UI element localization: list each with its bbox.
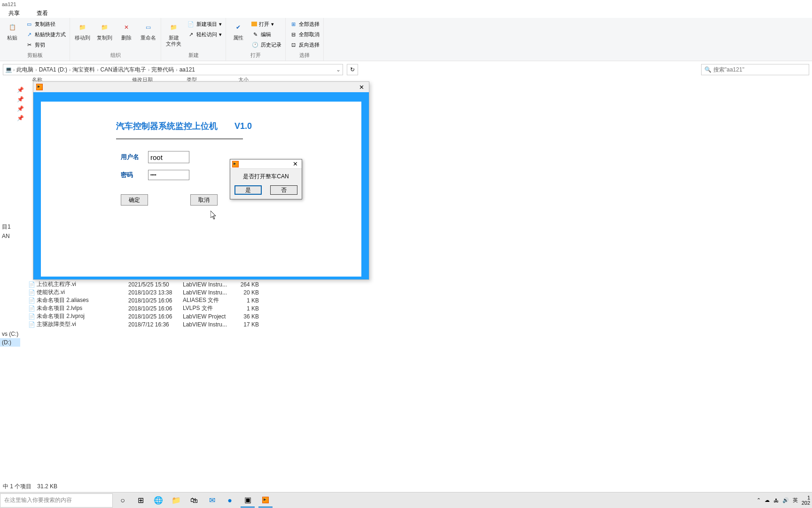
breadcrumb-item[interactable]: 此电脑 <box>16 66 34 74</box>
chevron-down-icon[interactable]: ⌄ <box>336 66 341 73</box>
dialog-close-button[interactable]: ✕ <box>291 160 300 167</box>
login-window: ✕ 汽车控制器系统监控上位机 V1.0 用户名 密码 确定 取消 <box>33 81 369 280</box>
breadcrumb-item[interactable]: CAN通讯汽车电子 <box>100 66 147 74</box>
breadcrumb-item[interactable]: 淘宝资料 <box>71 66 96 74</box>
search-input[interactable] <box>713 66 806 73</box>
history-icon: 🕐 <box>251 41 259 48</box>
nav-item[interactable]: (D:) <box>0 338 20 347</box>
file-row[interactable]: 📄未命名项目 2.lvlps2018/10/25 16:06LVLPS 文件1 … <box>28 304 263 312</box>
history-button[interactable]: 🕐历史记录 <box>250 40 283 50</box>
tray-network-icon[interactable]: 🖧 <box>773 498 779 503</box>
rename-button[interactable]: ▭重命名 <box>138 19 159 43</box>
nav-item[interactable]: AN <box>0 232 20 240</box>
rename-icon: ▭ <box>141 21 156 34</box>
breadcrumb[interactable]: 💻 › 此电脑› DATA1 (D:)› 淘宝资料› CAN通讯汽车电子› 完整… <box>3 64 343 75</box>
properties-button[interactable]: ✔属性 <box>228 19 249 43</box>
taskbar-search[interactable]: 在这里输入你要搜索的内容 <box>0 493 113 508</box>
edit-icon: ✎ <box>251 31 259 38</box>
labview-icon <box>232 161 239 167</box>
ribbon-group-open: ✔属性 打开 ▾ ✎编辑 🕐历史记录 打开 <box>226 18 286 61</box>
ribbon: 📋 粘贴 ▭复制路径 ↗粘贴快捷方式 ✂剪切 剪贴板 📁移动到 📁复制到 ✕删除… <box>0 18 812 61</box>
store-icon[interactable]: 🛍 <box>187 493 201 508</box>
nav-item[interactable]: 目1 <box>0 222 20 232</box>
moveto-button[interactable]: 📁移动到 <box>72 19 93 43</box>
open-button[interactable]: 打开 ▾ <box>250 19 283 29</box>
tab-share[interactable]: 共享 <box>5 8 23 18</box>
file-row[interactable]: 📄使能状态.vi2018/10/23 13:38LabVIEW Instru..… <box>28 288 263 296</box>
open-icon <box>251 22 257 26</box>
pin-icon[interactable]: 📌 <box>17 105 24 113</box>
pin-icon[interactable]: 📌 <box>17 87 24 94</box>
dialog-titlebar[interactable]: ✕ <box>230 159 302 169</box>
login-panel: 汽车控制器系统监控上位机 V1.0 用户名 密码 确定 取消 <box>41 102 361 277</box>
yes-button[interactable]: 是 <box>234 185 262 195</box>
taskview-icon[interactable]: ⊞ <box>133 493 148 508</box>
dialog-message: 是否打开整车CAN <box>234 173 298 181</box>
close-button[interactable]: ✕ <box>357 84 366 91</box>
no-button[interactable]: 否 <box>270 185 297 195</box>
delete-button[interactable]: ✕删除 <box>116 19 137 43</box>
cancel-button[interactable]: 取消 <box>190 194 218 206</box>
invert-button[interactable]: ⊡反向选择 <box>288 40 321 50</box>
newitem-button[interactable]: 📄新建项目 ▾ <box>185 19 224 29</box>
selectall-button[interactable]: ⊞全部选择 <box>288 19 321 29</box>
username-label: 用户名 <box>121 153 140 161</box>
easyaccess-button[interactable]: ↗轻松访问 ▾ <box>185 29 224 40</box>
tray-volume-icon[interactable]: 🔊 <box>782 497 789 503</box>
ok-button[interactable]: 确定 <box>121 194 148 206</box>
file-icon: 📄 <box>28 297 37 304</box>
file-row[interactable]: 📄主驱故障类型.vi2018/7/12 16:36LabVIEW Instru.… <box>28 320 263 328</box>
breadcrumb-item[interactable]: aa121 <box>179 66 196 73</box>
tray-ime-icon[interactable]: 英 <box>793 497 798 504</box>
paste-shortcut-button[interactable]: ↗粘贴快捷方式 <box>23 29 68 40</box>
window-titlebar: aa121 <box>0 0 812 8</box>
breadcrumb-item[interactable]: DATA1 (D:) <box>38 66 68 73</box>
edit-button[interactable]: ✎编辑 <box>250 29 283 40</box>
nav-item[interactable]: vs (C:) <box>0 330 20 338</box>
cortana-icon[interactable]: ○ <box>116 493 130 508</box>
moveto-icon: 📁 <box>75 21 90 34</box>
search-box[interactable]: 🔍 <box>701 64 809 75</box>
explorer-icon[interactable]: 📁 <box>169 493 183 508</box>
copy-path-icon: ▭ <box>25 20 33 28</box>
edge-icon[interactable]: 🌐 <box>151 493 165 508</box>
mail-icon[interactable]: ✉ <box>205 493 219 508</box>
taskbar: 在这里输入你要搜索的内容 ○ ⊞ 🌐 📁 🛍 ✉ ● ▣ ⌃ ☁ 🖧 🔊 英 1… <box>0 492 812 508</box>
window-title: aa121 <box>2 1 16 7</box>
chevron-right-icon: › <box>13 67 15 72</box>
copy-path-button[interactable]: ▭复制路径 <box>23 19 68 29</box>
file-row[interactable]: 📄未命名项目 2.lvproj2018/10/25 16:06LabVIEW P… <box>28 312 263 320</box>
nav-pane-items: 目1 AN vs (C:) (D:) <box>0 222 20 347</box>
tab-view[interactable]: 查看 <box>33 8 52 18</box>
password-label: 密码 <box>121 171 140 179</box>
selectnone-button[interactable]: ⊟全部取消 <box>288 29 321 40</box>
paste-shortcut-icon: ↗ <box>25 31 33 38</box>
file-icon: 📄 <box>28 305 37 312</box>
ribbon-group-select: ⊞全部选择 ⊟全部取消 ⊡反向选择 选择 <box>286 18 324 61</box>
file-row[interactable]: 📄未命名项目 2.aliases2018/10/25 16:06ALIASES … <box>28 296 263 304</box>
username-input[interactable] <box>148 151 189 163</box>
app-icon[interactable]: ● <box>223 493 237 508</box>
pin-icon[interactable]: 📌 <box>17 115 24 122</box>
newfolder-icon: 📁 <box>166 21 181 34</box>
login-titlebar[interactable]: ✕ <box>33 82 369 92</box>
password-input[interactable] <box>148 170 189 180</box>
pin-icon[interactable]: 📌 <box>17 96 24 103</box>
labview-icon <box>36 84 43 90</box>
labview-taskbar-icon[interactable] <box>258 493 273 508</box>
app-icon[interactable]: ▣ <box>241 493 255 508</box>
tray-chevron-icon[interactable]: ⌃ <box>757 497 761 503</box>
tray-clock[interactable]: 1 202 <box>802 495 810 506</box>
ribbon-group-clipboard: 📋 粘贴 ▭复制路径 ↗粘贴快捷方式 ✂剪切 剪贴板 <box>0 18 70 61</box>
newfolder-button[interactable]: 📁新建 文件夹 <box>163 19 184 49</box>
paste-button[interactable]: 📋 粘贴 <box>2 19 23 43</box>
newitem-icon: 📄 <box>187 20 195 28</box>
copyto-button[interactable]: 📁复制到 <box>94 19 115 43</box>
file-row[interactable]: 📄上位机主程序.vi2021/5/25 15:50LabVIEW Instru.… <box>28 280 263 288</box>
properties-icon: ✔ <box>231 21 246 34</box>
refresh-button[interactable]: ↻ <box>347 64 358 75</box>
tray-icon[interactable]: ☁ <box>765 497 770 503</box>
cut-button[interactable]: ✂剪切 <box>23 40 68 50</box>
breadcrumb-item[interactable]: 完整代码 <box>150 66 175 74</box>
login-title: 汽车控制器系统监控上位机 V1.0 <box>116 120 333 132</box>
